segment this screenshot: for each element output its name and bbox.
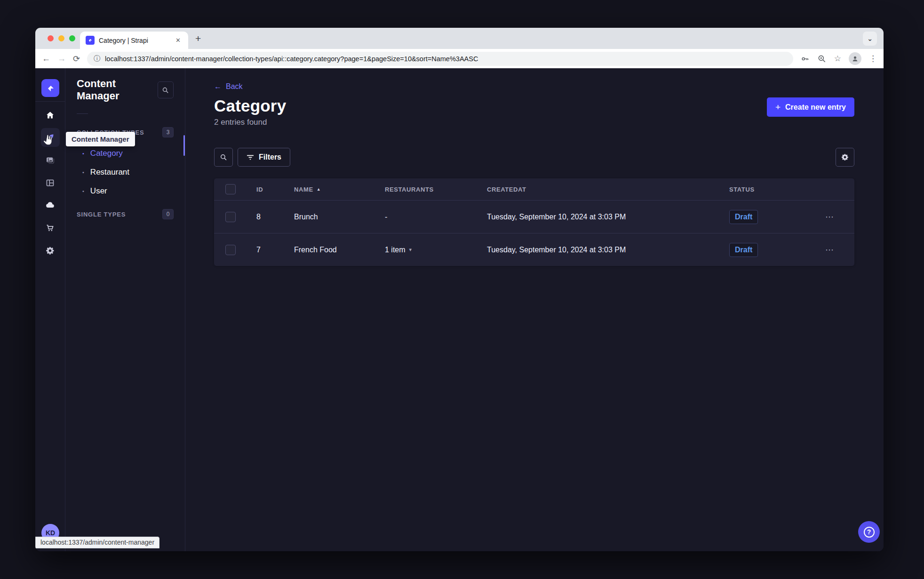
back-arrow-icon: ← [214, 82, 222, 91]
search-icon [161, 86, 169, 94]
cell-createdat: Tuesday, September 10, 2024 at 3:03 PM [487, 246, 729, 254]
back-nav-icon[interactable]: ← [42, 54, 50, 64]
settings-gear-nav-icon[interactable] [41, 241, 60, 260]
bullet-icon: • [82, 189, 84, 194]
profile-avatar-icon[interactable] [849, 52, 861, 65]
help-button[interactable]: ? [858, 521, 880, 543]
content-type-builder-nav-icon[interactable] [41, 173, 60, 192]
cell-restaurants-expand[interactable]: 1 item ▾ [385, 246, 487, 254]
sidebar-item-label: Category [90, 149, 123, 158]
row-checkbox[interactable] [225, 212, 236, 222]
bullet-icon: • [82, 151, 84, 156]
create-new-entry-button[interactable]: + Create new entry [767, 97, 854, 117]
column-header-id[interactable]: ID [256, 186, 294, 193]
cell-name: Brunch [294, 213, 385, 221]
forward-nav-icon[interactable]: → [57, 54, 66, 64]
url-bar[interactable]: ⓘ localhost:1337/admin/content-manager/c… [87, 52, 793, 66]
site-info-icon[interactable]: ⓘ [94, 55, 100, 63]
filters-button[interactable]: Filters [238, 148, 290, 167]
browser-toolbar: ← → ⟳ ⓘ localhost:1337/admin/content-man… [35, 49, 884, 68]
sidebar-item-restaurant[interactable]: • Restaurant [77, 163, 174, 182]
status-badge: Draft [729, 210, 758, 224]
cell-restaurants: - [385, 213, 487, 221]
url-text: localhost:1337/admin/content-manager/col… [105, 55, 478, 63]
entries-count: 2 entries found [214, 118, 286, 127]
table-row[interactable]: 8 Brunch - Tuesday, September 10, 2024 a… [214, 200, 854, 233]
new-tab-button[interactable]: + [195, 33, 201, 44]
zoom-in-icon[interactable] [817, 54, 827, 64]
minimize-window-button[interactable] [58, 35, 64, 41]
panel-divider [77, 113, 88, 114]
sort-asc-icon: ▲ [317, 187, 321, 192]
create-new-entry-label: Create new entry [785, 103, 846, 112]
marketplace-cart-nav-icon[interactable] [41, 218, 60, 237]
browser-tab[interactable]: Category | Strapi ✕ [80, 32, 188, 49]
home-nav-icon[interactable] [41, 105, 60, 124]
password-key-icon[interactable] [800, 54, 810, 64]
media-library-nav-icon[interactable] [41, 151, 60, 169]
filters-label: Filters [259, 153, 281, 161]
mouse-cursor [43, 134, 54, 148]
question-icon: ? [864, 527, 875, 538]
main-area: ← Back Category 2 entries found + Create… [185, 68, 884, 551]
strapi-logo-icon[interactable] [41, 79, 59, 97]
row-actions-menu[interactable]: ⋯ [823, 245, 854, 255]
gear-icon [841, 153, 849, 161]
column-header-restaurants[interactable]: RESTAURANTS [385, 186, 487, 193]
filter-row: Filters [214, 148, 854, 167]
close-tab-icon[interactable]: ✕ [174, 36, 183, 45]
maximize-window-button[interactable] [69, 35, 75, 41]
tab-title: Category | Strapi [99, 37, 169, 44]
filter-icon [247, 154, 254, 161]
reload-icon[interactable]: ⟳ [73, 54, 80, 64]
page-title: Category [214, 96, 286, 115]
view-settings-button[interactable] [836, 148, 854, 167]
tab-strip: Category | Strapi ✕ + ⌄ [35, 28, 884, 49]
cell-name: French Food [294, 246, 385, 254]
column-header-createdat[interactable]: CREATEDAT [487, 186, 729, 193]
column-header-status[interactable]: STATUS [729, 186, 823, 193]
cloud-nav-icon[interactable] [41, 196, 60, 215]
row-checkbox[interactable] [225, 245, 236, 255]
cell-id: 8 [256, 213, 294, 221]
link-status-bar: localhost:1337/admin/content-manager [35, 537, 159, 548]
status-badge: Draft [729, 243, 758, 257]
browser-menu-icon[interactable]: ⋮ [869, 54, 877, 64]
bullet-icon: • [82, 170, 84, 175]
caret-down-icon: ▾ [409, 247, 412, 253]
close-window-button[interactable] [48, 35, 54, 41]
back-link[interactable]: ← Back [214, 82, 243, 91]
sidebar-item-label: Restaurant [90, 168, 129, 177]
single-types-label: SINGLE TYPES [77, 211, 126, 218]
app-content: KD Content Manager COLLECTION TYPES 3 • … [35, 68, 884, 551]
back-label: Back [226, 82, 243, 91]
active-item-indicator [183, 135, 185, 156]
row-actions-menu[interactable]: ⋯ [823, 212, 854, 222]
table-search-button[interactable] [214, 148, 233, 167]
bookmark-star-icon[interactable]: ☆ [834, 54, 841, 64]
single-types-section: SINGLE TYPES 0 [77, 209, 174, 219]
sidebar-item-label: User [90, 186, 107, 196]
tab-search-chevron-icon[interactable]: ⌄ [863, 32, 877, 46]
table-row[interactable]: 7 French Food 1 item ▾ Tuesday, Septembe… [214, 233, 854, 266]
content-manager-tooltip: Content Manager [66, 132, 135, 146]
single-types-count-badge: 0 [162, 209, 174, 219]
collection-type-list: • Category • Restaurant • User [77, 144, 174, 201]
collection-types-count-badge: 3 [162, 127, 174, 137]
browser-window: Category | Strapi ✕ + ⌄ ← → ⟳ ⓘ localhos… [35, 28, 884, 551]
strapi-favicon-icon [86, 36, 95, 45]
sidebar-item-category[interactable]: • Category [77, 144, 174, 163]
cell-id: 7 [256, 246, 294, 254]
panel-search-button[interactable] [158, 81, 174, 98]
rail-divider [35, 101, 65, 102]
plus-icon: + [775, 102, 781, 113]
table-header-row: ID NAME▲ RESTAURANTS CREATEDAT STATUS [214, 178, 854, 200]
cell-createdat: Tuesday, September 10, 2024 at 3:03 PM [487, 213, 729, 221]
search-icon [219, 153, 228, 161]
panel-title: Content Manager [77, 78, 158, 102]
toolbar-actions: ☆ ⋮ [800, 52, 877, 65]
select-all-checkbox[interactable] [225, 184, 236, 194]
column-header-name[interactable]: NAME▲ [294, 186, 385, 193]
sidebar-item-user[interactable]: • User [77, 182, 174, 201]
entries-table: ID NAME▲ RESTAURANTS CREATEDAT STATUS 8 … [214, 178, 854, 266]
